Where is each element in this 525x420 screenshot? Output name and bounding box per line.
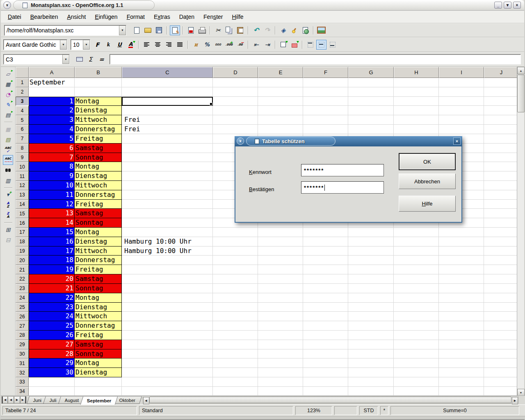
cell-A26[interactable]: 24 (29, 312, 75, 321)
increase-indent-icon[interactable] (262, 40, 272, 50)
new-document-icon[interactable] (132, 25, 142, 35)
undo-icon[interactable] (251, 25, 261, 35)
sum-indicator[interactable]: Summe=0 (390, 406, 519, 415)
ok-button[interactable]: OK (399, 153, 456, 170)
italic-icon[interactable] (103, 40, 114, 50)
cell-A13[interactable]: 11 (29, 190, 75, 200)
open-icon[interactable] (143, 25, 153, 35)
minimize-icon[interactable]: _ (494, 2, 502, 9)
cell-C6[interactable]: Frei (122, 125, 213, 134)
cell-C19[interactable]: Hamburg 10:00 Uhr (122, 247, 213, 256)
cell-A15[interactable]: 13 (29, 209, 75, 218)
cell-A32[interactable]: 30 (29, 368, 75, 377)
formula-input[interactable] (110, 54, 521, 64)
horizontal-scrollbar[interactable]: ◀ ▶ (143, 396, 518, 404)
menu-datei[interactable]: Datei (3, 11, 26, 22)
cell-A25[interactable]: 23 (29, 303, 75, 312)
function-icon[interactable] (96, 55, 107, 64)
copy-icon[interactable] (224, 25, 234, 35)
cell-A33[interactable] (29, 377, 75, 387)
cell-C25[interactable] (122, 303, 213, 312)
cell-A2[interactable] (29, 87, 75, 97)
cell-C4[interactable] (122, 106, 213, 115)
cell-C31[interactable] (122, 358, 213, 368)
cell-B8[interactable]: Samstag (75, 144, 122, 153)
sheet-tab-september[interactable]: September (80, 396, 118, 405)
cell-B5[interactable]: Mittwoch (75, 115, 122, 125)
insert-mode[interactable] (334, 406, 357, 415)
row-header-19[interactable]: 19 (16, 247, 29, 256)
cell-C14[interactable] (122, 200, 213, 209)
cell-B11[interactable]: Dienstag (75, 171, 122, 181)
row-header-28[interactable]: 28 (16, 331, 29, 340)
close-icon[interactable]: × (513, 2, 521, 9)
cell-C20[interactable] (122, 256, 213, 265)
cell-C22[interactable] (122, 274, 213, 284)
cell-B2[interactable] (75, 87, 122, 97)
cell-C9[interactable] (122, 153, 213, 162)
row-header-17[interactable]: 17 (16, 228, 29, 237)
row-header-7[interactable]: 7 (16, 134, 29, 144)
row-header-32[interactable]: 32 (16, 368, 29, 377)
background-color-icon[interactable] (289, 40, 299, 50)
font-size-combobox[interactable]: 10 ▼ (71, 39, 90, 50)
cell-C16[interactable] (122, 218, 213, 228)
edit-file-icon[interactable] (170, 25, 180, 35)
cell-C17[interactable] (122, 228, 213, 237)
row-header-13[interactable]: 13 (16, 190, 29, 200)
column-header-F[interactable]: F (303, 67, 348, 78)
menu-extras[interactable]: Extras (149, 11, 175, 22)
cell-C13[interactable] (122, 190, 213, 200)
stylist-icon[interactable] (289, 25, 299, 35)
column-header-B[interactable]: B (75, 67, 122, 78)
cell-B7[interactable]: Freitag (75, 134, 122, 144)
cell-B26[interactable]: Mittwoch (75, 312, 122, 321)
row-header-14[interactable]: 14 (16, 200, 29, 209)
cell-C23[interactable] (122, 284, 213, 293)
dialog-close-icon[interactable]: × (453, 137, 461, 145)
cell-A24[interactable]: 22 (29, 293, 75, 303)
row-header-24[interactable]: 24 (16, 293, 29, 303)
horizontal-scrollbar-thumb[interactable] (149, 397, 511, 403)
align-center-icon[interactable] (153, 40, 163, 50)
cell-B32[interactable]: Dienstag (75, 368, 122, 377)
align-left-icon[interactable] (142, 40, 152, 50)
cell-B18[interactable]: Dienstag (75, 237, 122, 247)
menu-format[interactable]: Format (122, 11, 149, 22)
row-header-27[interactable]: 27 (16, 321, 29, 331)
cell-B33[interactable] (75, 377, 122, 387)
cell-B9[interactable]: Sonntag (75, 153, 122, 162)
cell-C2[interactable] (122, 87, 213, 97)
draw-functions-icon[interactable] (3, 100, 13, 110)
row-header-25[interactable]: 25 (16, 303, 29, 312)
remove-decimal-icon[interactable] (235, 40, 245, 50)
row-header-22[interactable]: 22 (16, 274, 29, 284)
cancel-button[interactable]: Abbrechen (399, 173, 456, 189)
cell-C28[interactable] (122, 331, 213, 340)
confirm-input[interactable]: ******* (301, 181, 384, 194)
cell-B4[interactable]: Dienstag (75, 106, 122, 115)
cell-A27[interactable]: 25 (29, 321, 75, 331)
last-sheet-icon[interactable]: ▶ (20, 396, 26, 404)
first-sheet-icon[interactable]: ◀ (2, 396, 8, 404)
vertical-scrollbar[interactable]: ▲ ▼ (517, 67, 524, 396)
vertical-scrollbar-thumb[interactable] (517, 75, 525, 112)
cell-B20[interactable]: Donnerstag (75, 256, 122, 265)
cell-A23[interactable]: 21 (29, 284, 75, 293)
cell-C8[interactable] (122, 144, 213, 153)
cell-B21[interactable]: Freitag (75, 265, 122, 274)
cell-C33[interactable] (122, 377, 213, 387)
cell-B31[interactable]: Montag (75, 358, 122, 368)
cell-C5[interactable]: Frei (122, 115, 213, 125)
cell-A17[interactable]: 15 (29, 228, 75, 237)
sort-ascending-icon[interactable] (3, 200, 13, 210)
cell-B1[interactable] (75, 78, 122, 87)
row-header-3[interactable]: 3 (16, 97, 29, 106)
cell-A22[interactable]: 20 (29, 274, 75, 284)
cell-C15[interactable] (122, 209, 213, 218)
cell-reference-dropdown-icon[interactable]: ▼ (62, 55, 69, 64)
cell-C12[interactable] (122, 181, 213, 190)
row-header-4[interactable]: 4 (16, 106, 29, 115)
cell-B19[interactable]: Mittwoch (75, 247, 122, 256)
cell-B28[interactable]: Freitag (75, 331, 122, 340)
